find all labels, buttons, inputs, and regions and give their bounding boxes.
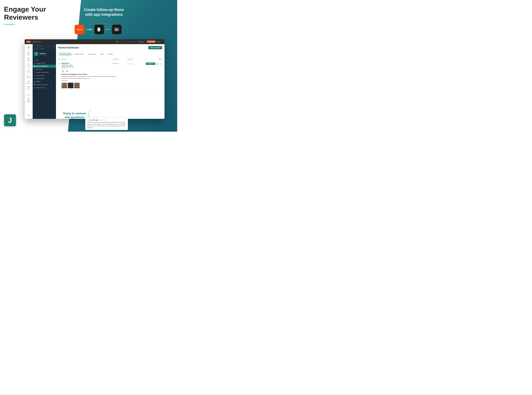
select-all-checkbox[interactable] xyxy=(58,58,60,60)
close-icon[interactable]: ✕ xyxy=(54,45,55,47)
review-created: 19 hours ago xyxy=(112,63,126,64)
tab-spam[interactable]: Spam xyxy=(98,53,105,56)
seo-icon: ⚙ xyxy=(28,98,29,100)
mobile-icon[interactable]: 📱 xyxy=(43,41,45,43)
sort-rating-icon[interactable]: ⇅ xyxy=(132,59,133,60)
personalize-icon: ✦ xyxy=(28,69,29,71)
status-col-header: Status xyxy=(145,59,162,60)
nav-item-product-groups[interactable]: ◻ Product Groups xyxy=(33,74,56,77)
appstore-back-label[interactable]: < APP STORE xyxy=(35,45,42,47)
browser-mockup: duda Home ▾ 🖥 ▭ 📱 🔍 ℹ ☺ ✓ ↩ ↪ </> Previe… xyxy=(25,39,165,119)
tablet-icon[interactable]: ▭ xyxy=(41,41,42,43)
sidebar-item-theme[interactable]: ◉ Theme xyxy=(25,45,32,50)
sidebar-item-widgets[interactable]: ✚ Widgets xyxy=(25,57,32,62)
desktop-icon[interactable]: 🖥 xyxy=(38,41,40,43)
rating-col-header: Rating ⇅ xyxy=(128,59,145,60)
more-options-button[interactable]: ··· xyxy=(159,63,162,66)
table-row: Roger Dias ✔ 1ZPRESSO | J-MAX Manual Cof… xyxy=(56,61,165,90)
moderation-icon: ◎ xyxy=(34,69,35,70)
home-icon[interactable]: ⌂ xyxy=(162,41,163,43)
search-icon[interactable]: 🔍 xyxy=(117,41,118,43)
sidebar-item-seo[interactable]: ⚙ SEO & Settings xyxy=(25,97,32,103)
review-action-btns: ♥ 📌 xyxy=(62,70,111,73)
import-export-button[interactable]: Import & Export xyxy=(148,46,162,49)
pin-button[interactable]: 📌 xyxy=(65,70,69,73)
browser-topbar: duda Home ▾ 🖥 ▭ 📱 🔍 ℹ ☺ ✓ ↩ ↪ </> Previe… xyxy=(25,39,165,44)
duda-logo: duda xyxy=(26,41,31,43)
republish-button[interactable]: Republish xyxy=(147,40,156,43)
sidebar-item-app-store[interactable]: ☆ App Store xyxy=(25,91,32,96)
info-circle-icon[interactable]: ℹ xyxy=(52,45,53,47)
row-checkbox[interactable] xyxy=(58,63,60,65)
product-name-link[interactable]: 1ZPRESSO | J-MAX xyxy=(62,64,111,66)
smiley-icon[interactable]: ☺ xyxy=(122,41,124,43)
tab-all-reviews[interactable]: All reviews (234) xyxy=(58,53,72,56)
main-content-area: Reviews Dashboard Import & Export All re… xyxy=(56,44,165,119)
nav-item-widgets[interactable]: ⊞ Widgets xyxy=(33,80,56,83)
sidebar-item-sell-online[interactable]: 🛒 Sell Online xyxy=(25,74,32,79)
reviews-dashboard-icon: ▦ xyxy=(34,66,35,67)
img1-svg xyxy=(62,83,67,88)
app-store-icon: ☆ xyxy=(28,92,29,94)
reviews-dashboard-header: Reviews Dashboard Import & Export xyxy=(56,44,165,51)
nav-item-moderation[interactable]: ◎ Moderation xyxy=(33,68,56,71)
review-source: via Web xyxy=(62,67,111,69)
topbar-right-icons: 🔍 ℹ ☺ ✓ ↩ ↪ </> Preview ▶ Republish Help… xyxy=(117,40,163,43)
sort-created-icon[interactable]: ⇅ xyxy=(118,59,119,60)
nav-home[interactable]: Home ▾ xyxy=(33,41,38,43)
reviews-dashboard-title: Reviews Dashboard xyxy=(58,47,79,49)
check-icon[interactable]: ✓ xyxy=(125,41,126,43)
product-detail-link[interactable]: Manual Coffee Grinder xyxy=(62,66,111,67)
undo-icon[interactable]: ↩ xyxy=(128,41,129,43)
nav-item-general-settings[interactable]: ⚙ General Settings xyxy=(33,86,56,89)
sidebar-item-blog[interactable]: 💬 Blog xyxy=(25,85,32,91)
review-top-row: Roger Dias ✔ 1ZPRESSO | J-MAX Manual Cof… xyxy=(58,63,162,73)
published-button[interactable]: Published ▾ xyxy=(146,63,155,65)
reply-icon-button[interactable]: ↩ xyxy=(156,63,159,66)
eye-icon: 👁 xyxy=(28,115,30,117)
sidebar-item-eye[interactable]: 👁 xyxy=(25,114,32,118)
sidebar-item-membership[interactable]: ◈ Membership xyxy=(25,80,32,85)
connector-1 xyxy=(86,29,92,30)
appstore-url-bar: https://duda.co.storetest1 xyxy=(33,48,56,50)
appstore-header-icons: ℹ ✕ xyxy=(52,45,55,47)
nav-item-manage-reviews[interactable]: ☰ Manage Reviews xyxy=(33,62,56,65)
svg-point-6 xyxy=(63,83,66,87)
review-headline: Precision and Quality in Every Grind xyxy=(62,73,162,75)
read-more-link[interactable]: Read more xyxy=(62,80,68,81)
reply-more-icon[interactable]: ··· xyxy=(125,119,126,121)
nav-item-reviews-dashboard[interactable]: ▦ Reviews Dashboard xyxy=(33,65,56,68)
tab-archived[interactable]: Archived xyxy=(106,53,114,56)
sidebar-item-personalize[interactable]: ✦ Personalize xyxy=(25,68,32,73)
dashed-arrow-top xyxy=(96,22,117,33)
nav-item-collect-reviews[interactable]: ★ Collect Reviews xyxy=(33,77,56,80)
preview-button[interactable]: Preview ▶ xyxy=(137,41,145,43)
nav-item-home[interactable]: ⌂ Home xyxy=(33,59,56,62)
redo-icon[interactable]: ↪ xyxy=(130,41,131,43)
code-icon[interactable]: </> xyxy=(133,41,135,43)
sell-icon: 🛒 xyxy=(27,75,30,77)
review-rating: ★★★★★ xyxy=(127,63,144,65)
help-button[interactable]: Help ▾ xyxy=(157,41,161,42)
img3-svg xyxy=(74,83,80,88)
content-icon: 📁 xyxy=(27,63,30,65)
reply-text: Thank you so much for your kind review! … xyxy=(87,121,126,129)
tab-product-reviews[interactable]: Product reviews xyxy=(73,53,86,56)
product-groups-icon: ◻ xyxy=(34,75,35,76)
sidebar-item-content[interactable]: 📁 Content xyxy=(25,62,32,68)
dot xyxy=(86,29,87,30)
svg-rect-7 xyxy=(62,87,67,88)
customer-info: Roger Dias ✔ 1ZPRESSO | J-MAX Manual Cof… xyxy=(62,63,111,73)
nav-item-marketing[interactable]: 🏆 Marketing and Social xyxy=(33,83,56,86)
appstore-header: ◂ < APP STORE ℹ ✕ xyxy=(33,44,56,48)
sidebar-item-pages[interactable]: ⬜ Pages xyxy=(25,51,32,56)
nav-item-qna[interactable]: ❓ Questions and Answers xyxy=(33,71,56,74)
heart-button[interactable]: ♥ xyxy=(62,70,65,73)
info-icon[interactable]: ℹ xyxy=(120,41,121,43)
tab-store-reviews[interactable]: Store reviews xyxy=(86,53,98,56)
hero-left-content: Engage Your Reviewers xyxy=(4,5,60,25)
blog-icon: 💬 xyxy=(27,86,30,88)
home-nav-icon: ⌂ xyxy=(34,59,35,61)
created-col-header: Created ⇅ xyxy=(113,59,128,60)
svg-rect-12 xyxy=(75,84,79,86)
